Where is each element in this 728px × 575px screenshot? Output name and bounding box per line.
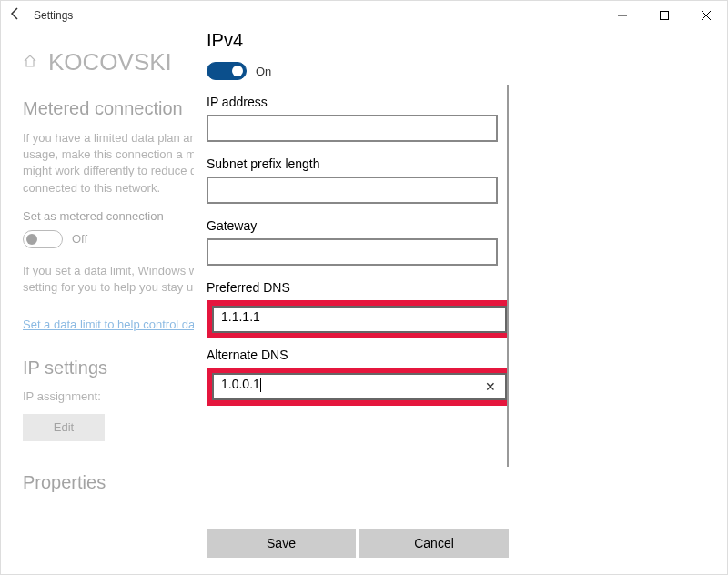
gateway-input[interactable] [207, 238, 498, 266]
gateway-label: Gateway [207, 218, 500, 233]
clear-icon[interactable]: ✕ [485, 379, 496, 394]
save-button[interactable]: Save [207, 529, 356, 558]
preferred-dns-label: Preferred DNS [207, 280, 500, 295]
ip-address-label: IP address [207, 95, 500, 109]
back-button[interactable] [8, 6, 23, 25]
minimize-button[interactable] [602, 1, 643, 30]
window-controls [602, 1, 727, 30]
ipv4-settings-modal: IPv4 On IP address Subnet prefix length … [194, 1, 531, 574]
svg-rect-1 [661, 12, 669, 20]
alternate-dns-input[interactable]: 1.0.0.1 ✕ [212, 373, 507, 400]
cancel-button[interactable]: Cancel [359, 529, 509, 558]
subnet-label: Subnet prefix length [207, 156, 500, 171]
scrollbar[interactable] [507, 85, 509, 467]
modal-heading: IPv4 [207, 30, 500, 51]
window-title: Settings [34, 9, 73, 22]
preferred-dns-highlight: 1.1.1.1 [207, 300, 509, 338]
preferred-dns-input[interactable]: 1.1.1.1 [212, 306, 507, 333]
alternate-dns-highlight: 1.0.0.1 ✕ [207, 368, 509, 406]
close-button[interactable] [685, 1, 727, 30]
ipv4-toggle[interactable] [207, 62, 247, 80]
maximize-button[interactable] [643, 1, 685, 30]
modal-footer: Save Cancel [207, 516, 509, 574]
alternate-dns-label: Alternate DNS [207, 348, 500, 362]
subnet-input[interactable] [207, 177, 498, 204]
minimize-icon [618, 11, 627, 20]
arrow-left-icon [8, 6, 23, 21]
ip-address-input[interactable] [207, 115, 498, 142]
close-icon [702, 11, 711, 20]
maximize-icon [660, 11, 669, 20]
ipv4-toggle-state: On [256, 65, 271, 78]
